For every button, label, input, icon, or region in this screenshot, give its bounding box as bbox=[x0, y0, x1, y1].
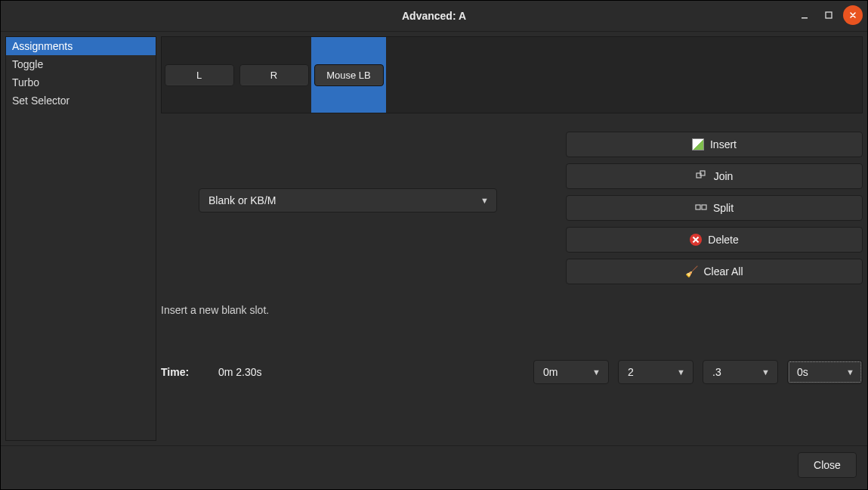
chevron-down-icon: ▼ bbox=[480, 196, 489, 205]
delete-icon bbox=[690, 234, 702, 246]
window-close-button[interactable] bbox=[843, 5, 863, 25]
clear-all-button[interactable]: 🧹 Clear All bbox=[566, 259, 863, 284]
svg-rect-4 bbox=[696, 205, 700, 209]
chevron-down-icon: ▼ bbox=[592, 368, 601, 377]
sidebar-item-label: Toggle bbox=[12, 58, 43, 70]
time-seconds-major-dropdown[interactable]: 2 ▼ bbox=[618, 360, 693, 384]
slots-bar: L R Mouse LB bbox=[161, 36, 863, 113]
insert-button[interactable]: Insert bbox=[566, 132, 863, 157]
sidebar-item-label: Set Selector bbox=[12, 95, 70, 107]
join-button[interactable]: Join bbox=[566, 163, 863, 189]
sidebar-item-set-selector[interactable]: Set Selector bbox=[6, 91, 156, 110]
delete-button[interactable]: Delete bbox=[566, 227, 863, 253]
sidebar-item-label: Assignments bbox=[12, 40, 73, 52]
time-seconds-minor-dropdown[interactable]: .3 ▼ bbox=[703, 360, 778, 384]
close-button[interactable]: Close bbox=[798, 452, 857, 478]
slot-button-r[interactable]: R bbox=[239, 64, 309, 86]
window-minimize-button[interactable] bbox=[795, 5, 814, 25]
slot[interactable]: Mouse LB bbox=[311, 37, 386, 113]
assignment-type-value: Blank or KB/M bbox=[209, 194, 276, 206]
chevron-down-icon: ▼ bbox=[761, 368, 770, 377]
time-label: Time: bbox=[161, 366, 206, 378]
time-minutes-dropdown[interactable]: 0m ▼ bbox=[533, 360, 609, 384]
sidebar: Assignments Toggle Turbo Set Selector bbox=[5, 36, 156, 441]
chevron-down-icon: ▼ bbox=[677, 368, 685, 377]
split-icon bbox=[695, 202, 707, 214]
svg-rect-0 bbox=[802, 17, 808, 19]
svg-rect-5 bbox=[702, 205, 706, 209]
svg-rect-1 bbox=[826, 12, 832, 18]
titlebar: Advanced: A bbox=[1, 1, 867, 32]
slot[interactable]: R bbox=[236, 37, 311, 113]
slot-button-mouse-lb[interactable]: Mouse LB bbox=[314, 64, 384, 86]
time-value: 0m 2.30s bbox=[218, 366, 309, 378]
sidebar-item-assignments[interactable]: Assignments bbox=[6, 37, 156, 55]
hint-text: Insert a new blank slot. bbox=[161, 304, 863, 316]
time-subseconds-dropdown[interactable]: 0s ▼ bbox=[787, 360, 863, 384]
chevron-down-icon: ▼ bbox=[846, 368, 854, 377]
window-maximize-button[interactable] bbox=[819, 5, 839, 25]
assignment-type-dropdown[interactable]: Blank or KB/M ▼ bbox=[199, 188, 497, 212]
sidebar-item-turbo[interactable]: Turbo bbox=[6, 73, 156, 91]
sidebar-item-toggle[interactable]: Toggle bbox=[6, 55, 156, 73]
insert-icon bbox=[692, 138, 704, 150]
slot-button-l[interactable]: L bbox=[165, 64, 234, 86]
join-icon bbox=[696, 170, 708, 182]
window-title: Advanced: A bbox=[1, 10, 867, 22]
split-button[interactable]: Split bbox=[566, 195, 863, 221]
sidebar-item-label: Turbo bbox=[12, 76, 39, 88]
clear-all-icon: 🧹 bbox=[685, 265, 697, 278]
slot[interactable]: L bbox=[162, 37, 236, 113]
